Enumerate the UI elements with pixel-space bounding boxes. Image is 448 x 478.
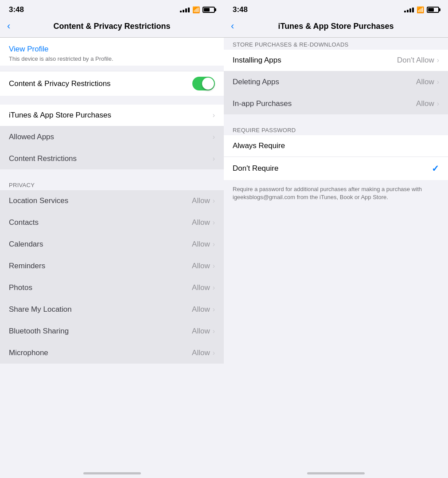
battery-icon [203, 7, 215, 13]
itunes-purchases-right: › [213, 111, 215, 119]
view-profile-link[interactable]: View Profile [9, 45, 215, 54]
left-nav-title: Content & Privacy Restrictions [25, 22, 199, 31]
gap2 [0, 169, 224, 178]
content-privacy-toggle-row: Content & Privacy Restrictions [0, 71, 224, 96]
itunes-purchases-label: iTunes & App Store Purchases [9, 111, 111, 120]
left-status-icons: 📶 [180, 6, 215, 13]
photos-value: Allow [192, 283, 210, 292]
signal-icon [180, 8, 190, 12]
dont-require-label: Don't Require [233, 164, 278, 173]
left-nav-bar: ‹ Content & Privacy Restrictions [0, 17, 224, 37]
share-location-right: Allow › [192, 305, 215, 314]
always-require-label: Always Require [233, 141, 285, 150]
installing-apps-right: Don't Allow › [397, 56, 439, 65]
profile-subtext: This device is also restricted by a Prof… [9, 55, 215, 62]
microphone-label: Microphone [9, 349, 48, 357]
right-status-icons: 📶 [404, 6, 439, 13]
contacts-right: Allow › [192, 218, 215, 227]
left-status-bar: 3:48 📶 [0, 0, 224, 17]
store-section-header: STORE PURCHASES & RE-DOWNLOADS [224, 38, 448, 50]
content-restrictions-right: › [213, 155, 215, 163]
contacts-label: Contacts [9, 218, 39, 227]
chevron-icon: › [437, 56, 439, 64]
microphone-row[interactable]: Microphone Allow › [0, 342, 224, 364]
installing-apps-value: Don't Allow [397, 56, 434, 65]
dont-require-row[interactable]: Don't Require ✓ [224, 157, 448, 180]
location-services-right: Allow › [192, 196, 215, 205]
right-nav-bar: ‹ iTunes & App Store Purchases [224, 17, 448, 37]
deleting-apps-value: Allow [416, 78, 434, 86]
calendars-label: Calendars [9, 240, 43, 249]
chevron-icon: › [213, 262, 215, 270]
calendars-right: Allow › [192, 240, 215, 249]
right-nav-title: iTunes & App Store Purchases [249, 22, 423, 31]
deleting-apps-label: Deleting Apps [233, 78, 279, 86]
chevron-icon: › [213, 197, 215, 205]
contacts-row[interactable]: Contacts Allow › [0, 212, 224, 234]
installing-apps-row[interactable]: Installing Apps Don't Allow › [224, 50, 448, 71]
right-back-button[interactable]: ‹ [231, 20, 249, 32]
bluetooth-sharing-row[interactable]: Bluetooth Sharing Allow › [0, 321, 224, 342]
inapp-purchases-label: In-app Purchases [233, 99, 292, 108]
gap1 [0, 96, 224, 105]
bluetooth-sharing-label: Bluetooth Sharing [9, 327, 69, 336]
chevron-icon: › [213, 219, 215, 227]
chevron-icon: › [213, 111, 215, 119]
location-services-row[interactable]: Location Services Allow › [0, 190, 224, 212]
chevron-icon: › [213, 240, 215, 248]
allowed-apps-label: Allowed Apps [9, 133, 54, 141]
battery-icon [427, 7, 439, 13]
calendars-row[interactable]: Calendars Allow › [0, 234, 224, 255]
privacy-section-header: PRIVACY [0, 178, 224, 190]
wifi-icon: 📶 [417, 6, 424, 13]
content-restrictions-label: Content Restrictions [9, 154, 77, 163]
right-gap1 [224, 114, 448, 123]
right-time: 3:48 [233, 5, 248, 14]
allowed-apps-right: › [213, 133, 215, 141]
photos-row[interactable]: Photos Allow › [0, 277, 224, 299]
content-privacy-toggle[interactable] [192, 77, 215, 90]
contacts-value: Allow [192, 218, 210, 227]
chevron-icon: › [213, 284, 215, 292]
location-services-value: Allow [192, 196, 210, 205]
chevron-icon: › [213, 155, 215, 163]
left-panel: 3:48 📶 ‹ Content & Privacy Restrictions … [0, 0, 224, 478]
chevron-icon: › [213, 306, 215, 313]
deleting-apps-row[interactable]: Deleting Apps Allow › [224, 71, 448, 93]
photos-label: Photos [9, 283, 32, 292]
right-home-indicator [307, 472, 365, 474]
reminders-right: Allow › [192, 262, 215, 270]
right-panel: 3:48 📶 ‹ iTunes & App Store Purchases ST… [224, 0, 448, 478]
deleting-apps-right: Allow › [416, 78, 439, 86]
location-services-label: Location Services [9, 196, 68, 205]
chevron-icon: › [213, 349, 215, 357]
dont-require-right: ✓ [432, 163, 439, 174]
chevron-icon: › [213, 327, 215, 335]
signal-icon [404, 8, 414, 12]
itunes-purchases-row[interactable]: iTunes & App Store Purchases › [0, 105, 224, 126]
share-location-value: Allow [192, 305, 210, 314]
share-location-label: Share My Location [9, 305, 72, 314]
chevron-icon: › [437, 100, 439, 108]
bluetooth-sharing-value: Allow [192, 327, 210, 336]
inapp-purchases-right: Allow › [416, 99, 439, 108]
selected-checkmark: ✓ [432, 163, 439, 174]
right-status-bar: 3:48 📶 [224, 0, 448, 17]
left-home-indicator [83, 472, 141, 474]
view-profile-section: View Profile This device is also restric… [0, 38, 224, 66]
calendars-value: Allow [192, 240, 210, 249]
toggle-label: Content & Privacy Restrictions [9, 79, 111, 88]
reminders-row[interactable]: Reminders Allow › [0, 255, 224, 277]
reminders-value: Allow [192, 262, 210, 270]
share-location-row[interactable]: Share My Location Allow › [0, 299, 224, 321]
content-restrictions-row[interactable]: Content Restrictions › [0, 148, 224, 169]
left-back-button[interactable]: ‹ [7, 20, 25, 32]
password-description: Require a password for additional purcha… [224, 180, 448, 207]
privacy-items: Location Services Allow › Contacts Allow… [0, 190, 224, 364]
wifi-icon: 📶 [192, 6, 200, 13]
always-require-row[interactable]: Always Require [224, 135, 448, 157]
allowed-apps-row[interactable]: Allowed Apps › [0, 126, 224, 148]
inapp-purchases-row[interactable]: In-app Purchases Allow › [224, 93, 448, 114]
chevron-icon: › [213, 133, 215, 141]
chevron-icon: › [437, 78, 439, 86]
